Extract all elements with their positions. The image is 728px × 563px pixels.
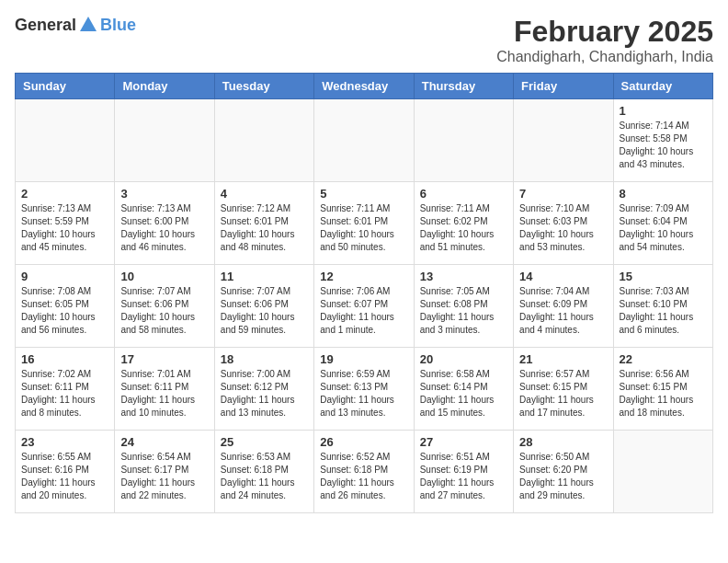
logo-general-text: General xyxy=(15,16,76,35)
svg-marker-0 xyxy=(80,17,97,31)
day-number: 11 xyxy=(221,270,308,283)
day-number: 6 xyxy=(420,187,507,201)
day-info: Sunrise: 6:58 AM Sunset: 6:14 PM Dayligh… xyxy=(420,368,507,419)
day-number: 7 xyxy=(519,187,607,201)
day-number: 18 xyxy=(221,352,308,366)
calendar-header-row: SundayMondayTuesdayWednesdayThursdayFrid… xyxy=(16,74,713,99)
day-info: Sunrise: 7:07 AM Sunset: 6:06 PM Dayligh… xyxy=(120,285,208,337)
logo-blue-text: Blue xyxy=(100,16,136,35)
day-cell: 20Sunrise: 6:58 AM Sunset: 6:14 PM Dayli… xyxy=(414,348,513,431)
day-number: 21 xyxy=(519,352,607,366)
week-row-2: 9Sunrise: 7:08 AM Sunset: 6:05 PM Daylig… xyxy=(16,265,713,348)
day-cell: 22Sunrise: 6:56 AM Sunset: 6:15 PM Dayli… xyxy=(613,348,712,431)
day-info: Sunrise: 6:54 AM Sunset: 6:17 PM Dayligh… xyxy=(120,451,208,502)
day-info: Sunrise: 6:51 AM Sunset: 6:19 PM Dayligh… xyxy=(420,451,507,502)
day-cell: 21Sunrise: 6:57 AM Sunset: 6:15 PM Dayli… xyxy=(514,348,613,431)
day-number: 3 xyxy=(120,187,208,201)
day-info: Sunrise: 6:56 AM Sunset: 6:15 PM Dayligh… xyxy=(620,368,707,419)
col-header-wednesday: Wednesday xyxy=(314,74,414,99)
page-header: General Blue February 2025 Chandigharh, … xyxy=(15,15,713,65)
day-number: 28 xyxy=(519,435,607,449)
day-cell: 27Sunrise: 6:51 AM Sunset: 6:19 PM Dayli… xyxy=(414,431,513,513)
day-number: 22 xyxy=(620,352,707,366)
day-cell: 26Sunrise: 6:52 AM Sunset: 6:18 PM Dayli… xyxy=(314,431,414,513)
day-cell: 11Sunrise: 7:07 AM Sunset: 6:06 PM Dayli… xyxy=(214,265,313,348)
day-info: Sunrise: 7:07 AM Sunset: 6:06 PM Dayligh… xyxy=(221,285,308,337)
day-info: Sunrise: 7:04 AM Sunset: 6:09 PM Dayligh… xyxy=(519,285,607,337)
day-cell xyxy=(115,99,214,182)
col-header-monday: Monday xyxy=(115,74,214,99)
day-cell: 24Sunrise: 6:54 AM Sunset: 6:17 PM Dayli… xyxy=(115,431,214,513)
day-cell: 19Sunrise: 6:59 AM Sunset: 6:13 PM Dayli… xyxy=(314,348,414,431)
calendar-table: SundayMondayTuesdayWednesdayThursdayFrid… xyxy=(15,73,713,513)
day-number: 19 xyxy=(320,352,407,366)
day-cell: 7Sunrise: 7:10 AM Sunset: 6:03 PM Daylig… xyxy=(514,182,613,265)
day-info: Sunrise: 7:06 AM Sunset: 6:07 PM Dayligh… xyxy=(320,285,407,337)
day-info: Sunrise: 7:01 AM Sunset: 6:11 PM Dayligh… xyxy=(120,368,208,419)
day-cell xyxy=(414,99,513,182)
day-number: 14 xyxy=(519,270,607,283)
week-row-1: 2Sunrise: 7:13 AM Sunset: 5:59 PM Daylig… xyxy=(16,182,713,265)
day-number: 20 xyxy=(420,352,507,366)
col-header-thursday: Thursday xyxy=(414,74,513,99)
day-info: Sunrise: 7:13 AM Sunset: 5:59 PM Dayligh… xyxy=(21,202,108,254)
day-number: 16 xyxy=(21,352,108,366)
col-header-saturday: Saturday xyxy=(613,74,712,99)
day-cell: 3Sunrise: 7:13 AM Sunset: 6:00 PM Daylig… xyxy=(115,182,214,265)
day-info: Sunrise: 7:11 AM Sunset: 6:01 PM Dayligh… xyxy=(320,202,407,254)
day-cell: 14Sunrise: 7:04 AM Sunset: 6:09 PM Dayli… xyxy=(514,265,613,348)
day-cell: 9Sunrise: 7:08 AM Sunset: 6:05 PM Daylig… xyxy=(16,265,115,348)
day-number: 27 xyxy=(420,435,507,449)
day-info: Sunrise: 6:52 AM Sunset: 6:18 PM Dayligh… xyxy=(320,451,407,502)
day-cell xyxy=(214,99,313,182)
day-info: Sunrise: 7:11 AM Sunset: 6:02 PM Dayligh… xyxy=(420,202,507,254)
day-info: Sunrise: 6:59 AM Sunset: 6:13 PM Dayligh… xyxy=(320,368,407,419)
day-cell: 15Sunrise: 7:03 AM Sunset: 6:10 PM Dayli… xyxy=(613,265,712,348)
day-number: 2 xyxy=(21,187,108,201)
day-info: Sunrise: 7:12 AM Sunset: 6:01 PM Dayligh… xyxy=(221,202,308,254)
month-title: February 2025 xyxy=(496,15,713,49)
day-cell: 10Sunrise: 7:07 AM Sunset: 6:06 PM Dayli… xyxy=(115,265,214,348)
day-cell: 12Sunrise: 7:06 AM Sunset: 6:07 PM Dayli… xyxy=(314,265,414,348)
location-title: Chandigharh, Chandigharh, India xyxy=(496,49,713,65)
day-cell xyxy=(314,99,414,182)
day-cell: 6Sunrise: 7:11 AM Sunset: 6:02 PM Daylig… xyxy=(414,182,513,265)
day-number: 10 xyxy=(120,270,208,283)
day-cell: 4Sunrise: 7:12 AM Sunset: 6:01 PM Daylig… xyxy=(214,182,313,265)
day-info: Sunrise: 7:13 AM Sunset: 6:00 PM Dayligh… xyxy=(120,202,208,254)
day-number: 4 xyxy=(221,187,308,201)
day-cell: 17Sunrise: 7:01 AM Sunset: 6:11 PM Dayli… xyxy=(115,348,214,431)
title-block: February 2025 Chandigharh, Chandigharh, … xyxy=(496,15,713,65)
day-cell xyxy=(613,431,712,513)
day-info: Sunrise: 7:02 AM Sunset: 6:11 PM Dayligh… xyxy=(21,368,108,419)
day-cell: 23Sunrise: 6:55 AM Sunset: 6:16 PM Dayli… xyxy=(16,431,115,513)
day-info: Sunrise: 6:55 AM Sunset: 6:16 PM Dayligh… xyxy=(21,451,108,502)
day-number: 13 xyxy=(420,270,507,283)
week-row-4: 23Sunrise: 6:55 AM Sunset: 6:16 PM Dayli… xyxy=(16,431,713,513)
week-row-0: 1Sunrise: 7:14 AM Sunset: 5:58 PM Daylig… xyxy=(16,99,713,182)
day-cell: 2Sunrise: 7:13 AM Sunset: 5:59 PM Daylig… xyxy=(16,182,115,265)
day-info: Sunrise: 6:53 AM Sunset: 6:18 PM Dayligh… xyxy=(221,451,308,502)
day-cell xyxy=(514,99,613,182)
day-number: 26 xyxy=(320,435,407,449)
day-cell: 16Sunrise: 7:02 AM Sunset: 6:11 PM Dayli… xyxy=(16,348,115,431)
day-number: 17 xyxy=(120,352,208,366)
week-row-3: 16Sunrise: 7:02 AM Sunset: 6:11 PM Dayli… xyxy=(16,348,713,431)
day-number: 9 xyxy=(21,270,108,283)
day-cell: 8Sunrise: 7:09 AM Sunset: 6:04 PM Daylig… xyxy=(613,182,712,265)
day-cell: 13Sunrise: 7:05 AM Sunset: 6:08 PM Dayli… xyxy=(414,265,513,348)
day-number: 23 xyxy=(21,435,108,449)
day-number: 5 xyxy=(320,187,407,201)
day-number: 24 xyxy=(120,435,208,449)
day-info: Sunrise: 7:08 AM Sunset: 6:05 PM Dayligh… xyxy=(21,285,108,337)
col-header-sunday: Sunday xyxy=(16,74,115,99)
day-cell: 18Sunrise: 7:00 AM Sunset: 6:12 PM Dayli… xyxy=(214,348,313,431)
day-cell xyxy=(16,99,115,182)
col-header-friday: Friday xyxy=(514,74,613,99)
day-info: Sunrise: 7:09 AM Sunset: 6:04 PM Dayligh… xyxy=(620,202,707,254)
day-info: Sunrise: 7:03 AM Sunset: 6:10 PM Dayligh… xyxy=(620,285,707,337)
day-number: 12 xyxy=(320,270,407,283)
day-info: Sunrise: 7:00 AM Sunset: 6:12 PM Dayligh… xyxy=(221,368,308,419)
day-cell: 5Sunrise: 7:11 AM Sunset: 6:01 PM Daylig… xyxy=(314,182,414,265)
day-info: Sunrise: 7:05 AM Sunset: 6:08 PM Dayligh… xyxy=(420,285,507,337)
